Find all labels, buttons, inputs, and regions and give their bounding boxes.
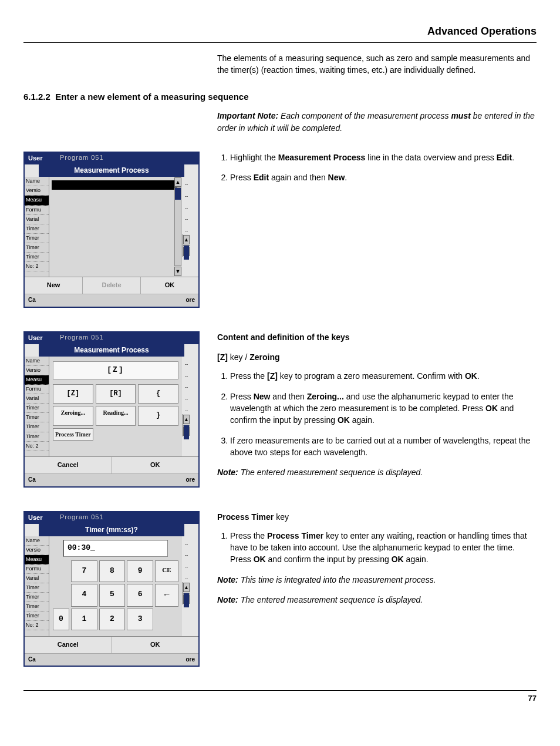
ok-button[interactable]: OK xyxy=(112,457,199,473)
key-reading[interactable]: Reading... xyxy=(96,406,136,425)
spacer xyxy=(53,584,69,607)
key-r[interactable]: [R] xyxy=(96,384,136,404)
key-brace-close[interactable]: } xyxy=(138,406,178,425)
side-item[interactable]: Formu xyxy=(25,564,49,574)
key-backspace[interactable]: ← xyxy=(155,584,178,607)
side-item[interactable]: Formu xyxy=(25,385,49,394)
outer-scroll-track[interactable] xyxy=(183,425,190,426)
side-item[interactable]: Timer xyxy=(25,611,49,621)
dots-icon: ···· xyxy=(182,576,190,583)
side-item[interactable]: Timer xyxy=(25,404,49,413)
side-list[interactable]: Name Versio Measu Formu Varial Timer Tim… xyxy=(25,536,49,636)
scroll-down-icon[interactable]: ▼ xyxy=(174,267,181,276)
key-7[interactable]: 7 xyxy=(71,560,97,582)
side-item[interactable]: Varial xyxy=(25,394,49,404)
z-step-3: If zero measurements are to be carried o… xyxy=(230,435,537,459)
side-item[interactable]: Formu xyxy=(25,206,49,215)
scroll-up-icon[interactable]: ▲ xyxy=(183,235,190,244)
timer-value-display[interactable]: 00:30_ xyxy=(63,540,168,557)
cancel-button[interactable]: Cancel xyxy=(25,457,112,473)
key-5[interactable]: 5 xyxy=(99,584,126,607)
row-3: User Program 051 Timer (mm:ss)? Name Ver… xyxy=(23,511,537,667)
dots-icon: ···· xyxy=(182,396,190,403)
side-item[interactable]: No: 2 xyxy=(25,621,49,630)
scroll-up-icon[interactable]: ▲ xyxy=(183,583,190,592)
dots-icon: ···· xyxy=(182,216,190,223)
t: Measurement Process xyxy=(278,153,366,162)
side-item-selected[interactable]: Measu xyxy=(25,555,49,564)
key-process-timer[interactable]: Process Timer xyxy=(53,428,93,441)
dots-icon: ···· xyxy=(182,373,190,380)
key-z[interactable]: [Z] xyxy=(53,384,93,404)
side-item[interactable]: No: 2 xyxy=(25,442,49,451)
note-body: This time is integrated into the measure… xyxy=(238,575,436,584)
side-item[interactable]: Timer xyxy=(25,243,49,253)
ok-button[interactable]: OK xyxy=(141,277,198,294)
scroll-up-icon[interactable]: ▲ xyxy=(183,415,190,424)
t: Zeroing... xyxy=(307,392,344,401)
side-item[interactable]: Timer xyxy=(25,413,49,422)
side-item[interactable]: Timer xyxy=(25,602,49,611)
key-1[interactable]: 1 xyxy=(71,609,97,630)
outer-scroll-track[interactable] xyxy=(183,593,190,594)
process-timer-heading: Process Timer key xyxy=(217,511,537,523)
t: OK xyxy=(338,415,350,425)
new-button[interactable]: New xyxy=(25,277,83,294)
dots-col: ···· ···· ···· ···· ···· xyxy=(182,357,190,414)
empty-selection-row[interactable] xyxy=(52,180,177,190)
dots-icon: ···· xyxy=(182,182,190,189)
z-field-display: [Z] xyxy=(53,361,178,379)
key-3[interactable]: 3 xyxy=(127,609,153,630)
key-0[interactable]: 0 xyxy=(53,609,69,630)
t: again. xyxy=(350,415,375,425)
cancel-button[interactable]: Cancel xyxy=(25,637,112,653)
side-item[interactable]: Name xyxy=(25,357,49,366)
side-item[interactable]: Versio xyxy=(25,546,49,555)
key-zeroing[interactable]: Zeroing... xyxy=(53,406,93,425)
note-lead: Note: xyxy=(217,468,238,477)
side-item[interactable]: Timer xyxy=(25,593,49,602)
side-item[interactable]: Timer xyxy=(25,422,49,432)
device-screenshot-3: User Program 051 Timer (mm:ss)? Name Ver… xyxy=(23,511,200,667)
t: OK xyxy=(254,555,266,564)
side-item[interactable]: Timer xyxy=(25,583,49,593)
t: Edit xyxy=(497,153,512,162)
footer-left: Ca xyxy=(28,296,36,305)
key-8[interactable]: 8 xyxy=(99,560,126,582)
side-item[interactable]: Versio xyxy=(25,186,49,196)
key-brace-open[interactable]: { xyxy=(138,384,178,404)
dialog-main: ▲ ▼ xyxy=(49,177,182,277)
dots-icon: ···· xyxy=(182,361,190,368)
z-key-heading: [Z] key / Zeroing xyxy=(217,351,537,363)
side-item[interactable]: Varial xyxy=(25,574,49,583)
side-item[interactable]: Timer xyxy=(25,253,49,262)
ok-button[interactable]: OK xyxy=(112,637,199,653)
side-item[interactable]: Timer xyxy=(25,234,49,243)
key-9[interactable]: 9 xyxy=(127,560,153,582)
key-4[interactable]: 4 xyxy=(71,584,97,607)
side-item-selected[interactable]: Measu xyxy=(25,375,49,385)
t: OK xyxy=(392,555,404,564)
outer-scroll-track[interactable] xyxy=(183,245,190,246)
side-item[interactable]: Timer xyxy=(25,432,49,442)
side-list[interactable]: Name Versio Measu Formu Varial Timer Tim… xyxy=(25,177,49,277)
side-item[interactable]: Name xyxy=(25,536,49,546)
key-6[interactable]: 6 xyxy=(127,584,153,607)
timer-step-1: Press the Process Timer key to enter any… xyxy=(230,530,537,566)
scroll-up-icon[interactable]: ▲ xyxy=(174,177,181,187)
side-item[interactable]: Versio xyxy=(25,366,49,375)
side-item[interactable]: Timer xyxy=(25,224,49,234)
side-list[interactable]: Name Versio Measu Formu Varial Timer Tim… xyxy=(25,357,49,456)
device-screenshot-2: User Program 051 Measurement Process Nam… xyxy=(23,331,200,488)
side-item[interactable]: Varial xyxy=(25,215,49,224)
side-item[interactable]: Name xyxy=(25,177,49,186)
device-topbar: User Program 051 xyxy=(25,512,198,524)
inner-scroll-track[interactable] xyxy=(174,187,181,266)
steps-block-1: Highlight the Measurement Process line i… xyxy=(217,152,537,192)
side-item[interactable]: No: 2 xyxy=(25,262,49,271)
program-fragment: Program 051 xyxy=(60,153,104,163)
footer-right: ore xyxy=(185,476,195,485)
key-2[interactable]: 2 xyxy=(99,609,126,630)
side-item-selected[interactable]: Measu xyxy=(25,196,49,205)
key-ce[interactable]: CE xyxy=(155,560,178,582)
